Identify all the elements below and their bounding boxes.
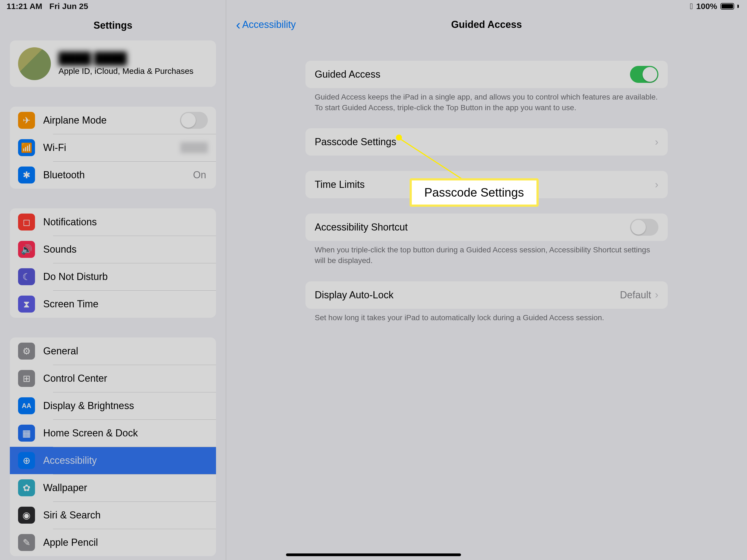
sidebar-item-wallpaper[interactable]: ✿ Wallpaper: [10, 474, 216, 502]
row-label: Control Center: [43, 373, 208, 384]
display-brightness-icon: AA: [18, 397, 35, 414]
notifications-icon: ◻: [18, 213, 35, 230]
row-label: Wi-Fi: [43, 142, 180, 153]
screen-time-icon: ⧗: [18, 296, 35, 312]
home-screen-dock-icon: ▦: [18, 425, 35, 441]
sidebar-item-accessibility[interactable]: ⊕ Accessibility: [10, 447, 216, 474]
row-label: Time Limits: [315, 179, 365, 190]
sidebar-item-apple-pencil[interactable]: ✎ Apple Pencil: [10, 529, 216, 556]
detail-title: Guided Access: [226, 19, 747, 30]
row-display-auto-lock[interactable]: Display Auto-LockDefault›: [305, 281, 668, 309]
chevron-right-icon: ›: [655, 179, 659, 190]
row-label: Sounds: [43, 244, 208, 255]
settings-sidebar: Settings ████ ████ Apple ID, iCloud, Med…: [0, 0, 226, 560]
status-bar: 11:21 AM Fri Jun 25 􀙇 100%: [0, 0, 747, 12]
wi-fi-icon: 📶: [18, 139, 35, 156]
row-label: Guided Access: [315, 69, 380, 80]
row-label: Accessibility Shortcut: [315, 222, 408, 233]
row-label: Airplane Mode: [43, 114, 180, 126]
battery-icon: [720, 3, 734, 9]
annotation-callout: Passcode Settings: [410, 178, 539, 207]
airplane-mode-icon: ✈: [18, 112, 35, 129]
row-value: On: [193, 169, 206, 181]
do-not-disturb-icon: ☾: [18, 268, 35, 285]
sidebar-item-wi-fi[interactable]: 📶 Wi-Fi: [10, 134, 216, 161]
row-label: Siri & Search: [43, 509, 208, 521]
avatar: [18, 47, 51, 80]
row-label: Display Auto-Lock: [315, 289, 393, 301]
sidebar-item-general[interactable]: ⚙ General: [10, 337, 216, 365]
row-guided-access[interactable]: Guided Access: [305, 61, 668, 88]
siri-search-icon: ◉: [18, 507, 35, 524]
row-label: Do Not Disturb: [43, 271, 208, 282]
section-note: Guided Access keeps the iPad in a single…: [305, 88, 668, 113]
sidebar-item-do-not-disturb[interactable]: ☾ Do Not Disturb: [10, 263, 216, 290]
apple-id-row[interactable]: ████ ████ Apple ID, iCloud, Media & Purc…: [10, 41, 216, 87]
toggle[interactable]: [630, 66, 659, 83]
apple-pencil-icon: ✎: [18, 534, 35, 551]
sidebar-item-screen-time[interactable]: ⧗ Screen Time: [10, 290, 216, 318]
row-value: Default: [620, 289, 651, 301]
sidebar-item-control-center[interactable]: ⊞ Control Center: [10, 365, 216, 392]
row-passcode-settings[interactable]: Passcode Settings›: [305, 128, 668, 156]
detail-pane: ‹ Accessibility Guided Access Guided Acc…: [226, 0, 747, 560]
back-button[interactable]: ‹ Accessibility: [236, 19, 296, 30]
sidebar-title: Settings: [0, 20, 226, 31]
row-label: Apple Pencil: [43, 537, 208, 548]
row-label: General: [43, 345, 208, 357]
status-time: 11:21 AM: [6, 2, 42, 11]
annotation-dot: [396, 134, 402, 141]
sidebar-item-bluetooth[interactable]: ✱ Bluetooth On: [10, 161, 216, 189]
bluetooth-icon: ✱: [18, 167, 35, 183]
sidebar-item-sounds[interactable]: 🔊 Sounds: [10, 236, 216, 263]
row-label: Wallpaper: [43, 482, 208, 493]
row-label: Accessibility: [43, 455, 208, 466]
row-label: Passcode Settings: [315, 136, 396, 148]
user-name: ████ ████: [58, 52, 194, 65]
home-indicator: [286, 554, 461, 556]
general-icon: ⚙: [18, 342, 35, 360]
toggle[interactable]: [180, 112, 208, 129]
row-label: Bluetooth: [43, 169, 193, 181]
battery-percent: 100%: [696, 2, 717, 11]
row-accessibility-shortcut[interactable]: Accessibility Shortcut: [305, 213, 668, 241]
row-label: Home Screen & Dock: [43, 427, 208, 439]
row-label: Notifications: [43, 216, 208, 228]
control-center-icon: ⊞: [18, 370, 35, 387]
sidebar-item-airplane-mode[interactable]: ✈ Airplane Mode: [10, 107, 216, 134]
chevron-right-icon: ›: [655, 289, 659, 301]
sidebar-item-home-screen-dock[interactable]: ▦ Home Screen & Dock: [10, 419, 216, 447]
chevron-left-icon: ‹: [236, 21, 241, 29]
row-label: Display & Brightness: [43, 400, 208, 411]
status-date: Fri Jun 25: [50, 2, 88, 11]
section-note: Set how long it takes your iPad to autom…: [305, 309, 668, 323]
wifi-icon: 􀙇: [690, 2, 693, 11]
sounds-icon: 🔊: [18, 241, 35, 258]
row-label: Screen Time: [43, 298, 208, 310]
sidebar-item-notifications[interactable]: ◻ Notifications: [10, 208, 216, 236]
wifi-value: [180, 142, 208, 153]
user-subtitle: Apple ID, iCloud, Media & Purchases: [58, 67, 194, 76]
section-note: When you triple-click the top button dur…: [305, 241, 668, 266]
back-label: Accessibility: [242, 19, 296, 30]
sidebar-item-display-brightness[interactable]: AA Display & Brightness: [10, 392, 216, 419]
detail-nav: ‹ Accessibility Guided Access: [226, 8, 747, 41]
chevron-right-icon: ›: [655, 136, 659, 148]
wallpaper-icon: ✿: [18, 479, 35, 496]
toggle[interactable]: [630, 219, 659, 236]
sidebar-item-siri-search[interactable]: ◉ Siri & Search: [10, 502, 216, 529]
accessibility-icon: ⊕: [18, 452, 35, 469]
